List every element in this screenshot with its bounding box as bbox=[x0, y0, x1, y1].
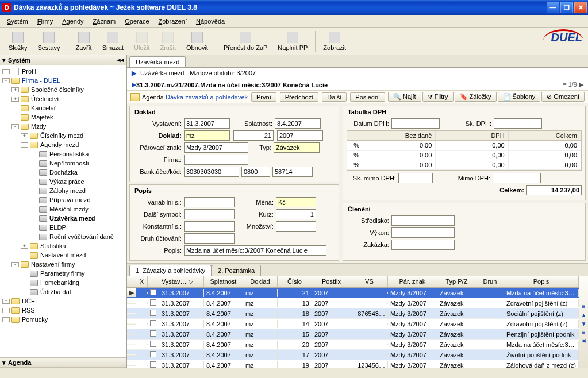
col-doklad[interactable]: Doklad bbox=[243, 276, 278, 287]
menu-zobrazení[interactable]: Zobrazení bbox=[154, 16, 192, 26]
tab-zavazky[interactable]: 1. Závazky a pohledávky bbox=[129, 265, 212, 276]
navigator-tree[interactable]: +Profil-Firma - DUEL+Společné číselníky+… bbox=[0, 65, 126, 357]
input-bank-ucet[interactable] bbox=[184, 167, 239, 177]
tree-node[interactable]: Homebanking bbox=[0, 278, 126, 287]
tree-node[interactable]: Majetek bbox=[0, 113, 126, 122]
agenda-link[interactable]: Dávka závazků a pohledávek bbox=[166, 94, 248, 101]
col-vystaveni[interactable]: Vystav… ▽ bbox=[159, 276, 204, 287]
agenda-pane-header[interactable]: ▾ Agenda bbox=[0, 357, 126, 368]
tree-node[interactable]: Parametry firmy bbox=[0, 269, 126, 278]
tree-node[interactable]: +Pomůcky bbox=[0, 315, 126, 324]
pane-chevron-icon[interactable]: ▾ bbox=[2, 359, 6, 367]
tree-node[interactable]: Roční vyúčtování daně bbox=[0, 232, 126, 241]
toolbtn-obnovit[interactable]: Obnovit bbox=[181, 29, 213, 53]
minimize-button[interactable]: — bbox=[547, 2, 559, 13]
toolbtn-složky[interactable]: Složky bbox=[3, 29, 32, 53]
table-row[interactable]: ▶31.3.20078.4.2007mz212007Mzdy 3/2007Záv… bbox=[127, 288, 579, 298]
menu-agendy[interactable]: Agendy bbox=[57, 16, 88, 26]
input-celkem[interactable] bbox=[526, 185, 582, 195]
toolbtn-zavřít[interactable]: Zavřít bbox=[71, 29, 97, 53]
toolbtn-sestavy[interactable]: Sestavy bbox=[32, 29, 65, 53]
grid-side-btn[interactable]: ▼ bbox=[581, 321, 587, 327]
col-splatnost[interactable]: Splatnost bbox=[204, 276, 243, 287]
menu-operace[interactable]: Operace bbox=[120, 16, 153, 26]
tree-node[interactable]: +RSS bbox=[0, 306, 126, 315]
tree-node[interactable]: -Mzdy bbox=[0, 122, 126, 131]
input-doklad-rok[interactable] bbox=[277, 130, 323, 141]
col-typpz[interactable]: Typ P/Z bbox=[437, 276, 476, 287]
col-delete[interactable]: X bbox=[136, 276, 148, 287]
tree-node[interactable]: Měsíční mzdy bbox=[0, 205, 126, 214]
input-skdph[interactable] bbox=[494, 118, 542, 129]
col-vs[interactable]: VS bbox=[351, 276, 388, 287]
table-row[interactable]: 31.3.20078.4.2007mz182007876543…Mzdy 3/2… bbox=[127, 308, 579, 319]
table-row[interactable]: 31.3.20078.4.2007mz142007Mzdy 3/2007Záva… bbox=[127, 319, 579, 329]
tree-node[interactable]: Výkaz práce bbox=[0, 177, 126, 186]
navbtn-první[interactable]: První bbox=[251, 92, 276, 102]
input-dalsisymbol[interactable] bbox=[184, 209, 235, 219]
pushpin-icon[interactable]: ◂◂ bbox=[117, 56, 124, 64]
input-zakazka[interactable] bbox=[391, 240, 455, 250]
table-row[interactable]: 31.3.20078.4.2007mz202007Mzdy 3/2007Záva… bbox=[127, 340, 579, 350]
menu-systém[interactable]: Systém bbox=[2, 16, 33, 26]
close-button[interactable]: ✕ bbox=[574, 2, 587, 13]
col-popis[interactable]: Popis bbox=[504, 276, 579, 287]
tree-node[interactable]: -Nastavení firmy bbox=[0, 260, 126, 269]
input-popis[interactable] bbox=[184, 245, 326, 256]
tree-node[interactable]: Zálohy mezd bbox=[0, 186, 126, 195]
tree-node[interactable]: ELDP bbox=[0, 223, 126, 232]
grid-side-markers[interactable]: ≡▲▼≡✖ bbox=[579, 276, 588, 368]
records-grid[interactable]: X Vystav… ▽ Splatnost Doklad Číslo Postf… bbox=[127, 276, 588, 368]
toolbtn-naplnit-pp[interactable]: Naplnit PP bbox=[272, 29, 313, 53]
input-mimodph[interactable] bbox=[493, 173, 541, 183]
tree-node[interactable]: -Agendy mezd bbox=[0, 140, 126, 149]
input-doklad-prefix[interactable] bbox=[184, 130, 230, 141]
input-varsymbol[interactable] bbox=[184, 197, 235, 207]
input-druhuctovani[interactable] bbox=[184, 233, 235, 244]
input-parznak[interactable] bbox=[184, 142, 248, 153]
grid-side-btn[interactable]: ≡ bbox=[582, 329, 586, 335]
input-stredisko[interactable] bbox=[391, 215, 455, 226]
toolbtn-smazat[interactable]: Smazat bbox=[97, 29, 129, 53]
toolbtn-filtry[interactable]: ⧩ Filtry bbox=[422, 92, 454, 102]
col-druh[interactable]: Druh bbox=[476, 276, 504, 287]
table-row[interactable]: 31.3.20078.4.2007mz152007Mzdy 3/2007Záva… bbox=[127, 329, 579, 340]
tree-node[interactable]: Personalistika bbox=[0, 149, 126, 159]
input-firma[interactable] bbox=[184, 155, 248, 165]
navbtn-další[interactable]: Další bbox=[322, 92, 347, 102]
tree-node[interactable]: +Číselníky mezd bbox=[0, 131, 126, 140]
input-doklad-cislo[interactable] bbox=[233, 130, 274, 141]
input-skmimodph[interactable] bbox=[398, 173, 433, 183]
maximize-button[interactable]: ❐ bbox=[560, 2, 573, 13]
tree-node[interactable]: +Statistika bbox=[0, 241, 126, 250]
navbtn-předchozí[interactable]: Předchozí bbox=[280, 92, 319, 102]
input-datumdph[interactable] bbox=[391, 118, 440, 129]
tree-node[interactable]: Údržba dat bbox=[0, 287, 126, 296]
tree-node[interactable]: Docházka bbox=[0, 168, 126, 177]
input-bank-kod[interactable] bbox=[241, 167, 270, 177]
toolbtn-záložky[interactable]: 🔖 Záložky bbox=[455, 92, 497, 102]
tree-node[interactable]: +Společné číselníky bbox=[0, 85, 126, 94]
table-row[interactable]: 31.3.20078.4.2007mz132007Mzdy 3/2007Záva… bbox=[127, 298, 579, 308]
grid-side-btn[interactable]: ▲ bbox=[581, 312, 587, 318]
table-row[interactable]: 31.3.20078.4.2007mz172007Mzdy 3/2007Záva… bbox=[127, 350, 579, 360]
input-vykon[interactable] bbox=[391, 227, 455, 238]
table-row[interactable]: 31.3.20078.4.2007mz192007123456…Mzdy 3/2… bbox=[127, 360, 579, 368]
grid-side-btn[interactable]: ✖ bbox=[582, 338, 586, 344]
tab-uzaverka-mezd[interactable]: Uzávěrka mezd bbox=[129, 56, 186, 67]
tree-node[interactable]: Nastavení mezd bbox=[0, 250, 126, 260]
tree-node[interactable]: +Účetnictví bbox=[0, 94, 126, 103]
input-mena[interactable] bbox=[276, 197, 316, 207]
navbtn-poslední[interactable]: Poslední bbox=[350, 92, 385, 102]
col-cislo[interactable]: Číslo bbox=[278, 276, 312, 287]
input-typ[interactable] bbox=[274, 142, 320, 153]
tree-node[interactable]: Kancelář bbox=[0, 103, 126, 113]
input-kurz[interactable] bbox=[276, 209, 316, 219]
col-parznak[interactable]: Pár. znak bbox=[388, 276, 437, 287]
pane-chevron-icon[interactable]: ▾ bbox=[2, 56, 6, 64]
menu-nápověda[interactable]: Nápověda bbox=[191, 16, 229, 26]
col-postfix[interactable]: Postfix bbox=[312, 276, 351, 287]
grid-side-btn[interactable]: ≡ bbox=[582, 303, 586, 310]
tree-node[interactable]: -Firma - DUEL bbox=[0, 76, 126, 85]
input-vystaveni[interactable] bbox=[184, 118, 230, 129]
